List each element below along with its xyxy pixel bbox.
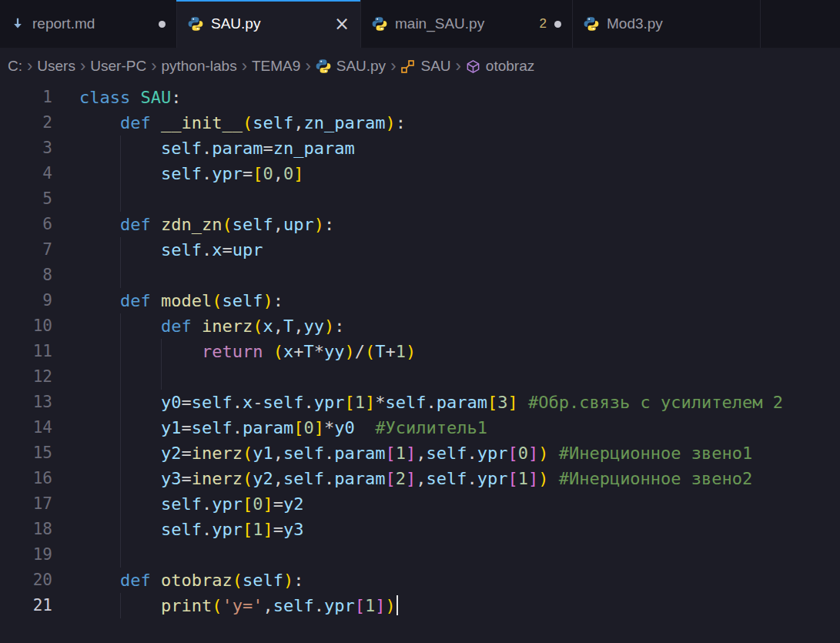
code-token: ]	[293, 164, 303, 183]
line-number[interactable]: 20	[0, 568, 52, 593]
breadcrumb-label: User-PC	[90, 58, 146, 75]
code-line-14[interactable]: 14 y1=self.param[0]*y0 #Усилитель1	[0, 415, 840, 440]
code-line-17[interactable]: 17 self.ypr[0]=y2	[0, 491, 840, 517]
line-number[interactable]: 19	[0, 542, 52, 568]
line-number[interactable]: 14	[0, 415, 52, 440]
breadcrumb: C:›Users›User-PC›python-labs›TEMA9›SAU.p…	[0, 48, 840, 85]
breadcrumb-item-sau[interactable]: SAU	[400, 58, 450, 75]
line-number[interactable]: 18	[0, 517, 52, 542]
code-token: [	[293, 418, 303, 437]
code-line-5[interactable]: 5	[0, 186, 840, 212]
code-line-13[interactable]: 13 y0=self.x-self.ypr[1]*self.param[3] #…	[0, 390, 840, 415]
code-token: )	[538, 444, 548, 463]
code-token	[79, 571, 120, 590]
code-line-16[interactable]: 16 y3=inerz(y2,self.param[2],self.ypr[1]…	[0, 466, 840, 491]
modified-dot-icon[interactable]	[554, 21, 561, 28]
code-text: self.ypr=[0,0]	[52, 161, 840, 186]
code-token: self	[222, 291, 263, 310]
code-token: zn_param	[303, 113, 385, 132]
line-number[interactable]: 8	[0, 263, 52, 288]
code-line-2[interactable]: 2 def __init__(self,zn_param):	[0, 110, 840, 136]
line-number[interactable]: 5	[0, 186, 52, 212]
line-number[interactable]: 2	[0, 110, 52, 136]
code-line-18[interactable]: 18 self.ypr[1]=y3	[0, 517, 840, 542]
line-number[interactable]: 21	[0, 593, 52, 618]
code-line-1[interactable]: 1class SAU:	[0, 85, 840, 110]
code-line-9[interactable]: 9 def model(self):	[0, 288, 840, 313]
code-token: .	[202, 164, 212, 183]
code-token	[192, 316, 202, 336]
indent-guide	[120, 313, 121, 339]
breadcrumb-item-c-[interactable]: C:	[8, 58, 22, 75]
code-token: =	[263, 139, 273, 158]
tab-sau-py[interactable]: SAU.py×	[177, 0, 361, 48]
python-icon	[584, 16, 599, 32]
code-token: y1	[253, 444, 273, 463]
breadcrumb-item-python-labs[interactable]: python-labs	[161, 58, 236, 75]
code-line-10[interactable]: 10 def inerz(x,T,yy):	[0, 313, 840, 339]
code-token: .	[233, 418, 243, 437]
code-token: )	[324, 316, 334, 336]
close-icon[interactable]: ×	[334, 15, 350, 33]
breadcrumb-item-sau-py[interactable]: SAU.py	[316, 58, 386, 75]
code-token: .	[303, 393, 313, 412]
code-token: =	[273, 520, 283, 539]
tab-report-md[interactable]: report.md	[0, 0, 177, 48]
code-line-6[interactable]: 6 def zdn_zn(self,upr):	[0, 212, 840, 237]
code-token: ]	[375, 596, 385, 615]
breadcrumb-item-tema9[interactable]: TEMA9	[252, 58, 300, 75]
code-token	[79, 291, 120, 310]
code-line-7[interactable]: 7 self.x=upr	[0, 237, 840, 263]
breadcrumb-item-user-pc[interactable]: User-PC	[90, 58, 146, 75]
code-text: self.x=upr	[52, 237, 840, 263]
code-token: .	[426, 393, 436, 412]
code-line-21[interactable]: 21 print('y=',self.ypr[1])	[0, 593, 840, 618]
breadcrumb-item-otobraz[interactable]: otobraz	[466, 58, 534, 75]
code-editor[interactable]: 1class SAU:2 def __init__(self,zn_param)…	[0, 85, 840, 618]
code-line-19[interactable]: 19	[0, 542, 840, 568]
code-line-4[interactable]: 4 self.ypr=[0,0]	[0, 161, 840, 186]
line-number[interactable]: 12	[0, 364, 52, 390]
line-number[interactable]: 10	[0, 313, 52, 339]
code-line-12[interactable]: 12	[0, 364, 840, 390]
code-token: :	[273, 291, 283, 310]
code-line-20[interactable]: 20 def otobraz(self):	[0, 568, 840, 593]
code-token: =	[222, 240, 232, 260]
code-line-8[interactable]: 8	[0, 263, 840, 288]
chevron-right-icon: ›	[456, 58, 461, 75]
code-token: (	[233, 571, 243, 590]
line-number[interactable]: 11	[0, 339, 52, 364]
code-line-15[interactable]: 15 y2=inerz(y1,self.param[1],self.ypr[0]…	[0, 440, 840, 466]
line-number[interactable]: 16	[0, 466, 52, 491]
code-line-11[interactable]: 11 return (x+T*yy)/(T+1)	[0, 339, 840, 364]
line-number[interactable]: 7	[0, 237, 52, 263]
line-number[interactable]: 17	[0, 491, 52, 517]
code-token: y2	[253, 469, 273, 488]
indent-guide	[120, 593, 121, 618]
code-token: ]	[314, 418, 324, 437]
code-token: ,	[273, 215, 283, 234]
code-token: :	[334, 316, 344, 336]
code-text	[52, 186, 840, 212]
code-token: self	[283, 444, 324, 463]
line-number[interactable]: 1	[0, 85, 52, 110]
code-token: inerz	[202, 316, 253, 336]
code-line-3[interactable]: 3 self.param=zn_param	[0, 136, 840, 161]
code-token: ,	[273, 316, 283, 336]
code-text	[52, 364, 840, 390]
line-number[interactable]: 13	[0, 390, 52, 415]
tab-mod3-py[interactable]: Mod3.py	[573, 0, 761, 48]
tab-main-sau-py[interactable]: main_SAU.py2	[361, 0, 573, 48]
code-token: zdn_zn	[161, 215, 222, 234]
breadcrumb-item-users[interactable]: Users	[37, 58, 75, 75]
code-token: :	[396, 113, 406, 132]
line-number[interactable]: 9	[0, 288, 52, 313]
line-number[interactable]: 3	[0, 136, 52, 161]
line-number[interactable]: 4	[0, 161, 52, 186]
line-number[interactable]: 15	[0, 440, 52, 466]
modified-dot-icon[interactable]	[159, 21, 166, 28]
line-number[interactable]: 6	[0, 212, 52, 237]
method-icon	[466, 59, 480, 74]
indent-guide	[120, 263, 121, 288]
code-token: =	[181, 469, 191, 488]
